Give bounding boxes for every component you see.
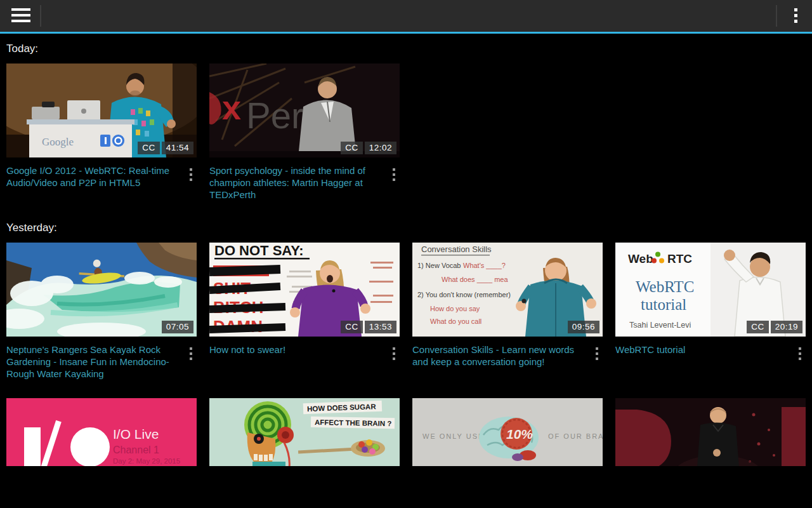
thumb-board-text: 2) You don't know (remember) [417,291,511,298]
action-bar [0,0,812,32]
thumb-webrtc-title: tutorial [641,296,686,313]
video-thumbnail[interactable]: x Perth CC 12:02 [209,64,400,157]
thumb-board-text: What do you call [430,318,481,325]
video-card[interactable]: WE ONLY USE 10% OF OUR BRAIN [412,398,603,466]
video-thumbnail[interactable]: 07:05 [6,243,197,337]
thumb-webrtc-logo-rtc: RTC [667,252,692,265]
thumb-iolive-date: Day 2: May 29, 2015 [113,457,180,465]
video-title[interactable]: Google I/O 2012 - WebRTC: Real-time Audi… [6,164,180,189]
thumb-board-text: Conversation Skills [421,244,492,254]
section-header-today: Today: [6,43,38,55]
video-title[interactable]: Sport psychology - inside the mind of ch… [209,164,383,201]
thumb-webrtc-author: Tsahi Levent-Levi [629,321,691,330]
video-card[interactable]: Google CC 41:54 Google I/O 2012 - WebRTC… [6,64,197,189]
thumb-board-text: 1) New Vocab [417,262,461,269]
video-card[interactable]: HOW DOES SUGAR AFFECT THE BRAIN ? [209,398,400,466]
video-card[interactable]: x Perth CC 12:02 Sport psychology - insi… [209,64,400,201]
cc-badge: CC [138,142,160,154]
section-header-yesterday: Yesterday: [6,222,57,234]
thumb-swear-heading: DO NOT SAY: [214,243,304,258]
thumb-brain-percent: 10% [506,427,533,441]
thumb-board-text: How do you say [430,305,480,312]
video-thumbnail[interactable]: HOW DOES SUGAR AFFECT THE BRAIN ? [209,398,400,466]
video-overflow-button[interactable] [185,166,197,189]
thumb-tedx-x: x [222,88,241,126]
thumb-google-wordmark: Google [42,136,74,148]
thumb-iolive-channel: Channel 1 [113,444,159,455]
thumb-sugar-text: AFFECT THE BRAIN ? [315,418,392,427]
video-title[interactable]: Neptune's Rangers Sea Kayak Rock Gardeni… [6,344,180,380]
video-title[interactable]: WebRTC tutorial [615,344,789,356]
cc-badge: CC [341,142,363,154]
video-overflow-button[interactable] [185,345,197,368]
actionbar-divider [40,5,41,27]
video-title[interactable]: Conversation Skills - Learn new words an… [412,344,586,368]
video-card[interactable]: Web RTC WebRTC tutorial Tsahi Levent-Lev… [615,243,806,356]
video-overflow-button[interactable] [591,345,603,368]
actionbar-accent-line [0,32,812,34]
menu-button[interactable] [9,6,33,25]
duration-badge: 41:54 [162,142,193,154]
video-thumbnail[interactable]: Google CC 41:54 [6,64,197,157]
duration-badge: 20:19 [771,321,802,333]
thumb-webrtc-logo-web: Web [628,252,653,265]
thumb-board-text: What does ____ mea [442,276,508,283]
video-card[interactable] [615,398,806,466]
thumb-iolive-hashtag: #io15 [113,465,131,466]
thumb-webrtc-title: WebRTC [636,278,694,295]
video-card[interactable]: I/O Live Channel 1 Day 2: May 29, 2015 #… [6,398,197,466]
system-bar: 08:34 [0,478,812,508]
video-thumbnail[interactable] [615,398,806,466]
overflow-menu-button[interactable] [787,5,804,27]
video-overflow-button[interactable] [388,345,400,368]
video-overflow-button[interactable] [388,166,400,189]
thumb-iolive-title: I/O Live [113,427,159,441]
duration-badge: 12:02 [365,142,396,154]
thumb-board-text: What's ____? [463,262,506,269]
thumbnail-art-sugar: HOW DOES SUGAR AFFECT THE BRAIN ? [209,398,400,466]
cc-badge: CC [341,321,363,333]
duration-badge: 13:53 [365,321,396,333]
thumbnail-art-tenpercent: WE ONLY USE 10% OF OUR BRAIN [412,398,603,466]
cc-badge: CC [747,321,769,333]
thumb-brain-text: WE ONLY USE [422,432,484,440]
video-card[interactable]: Conversation Skills 1) New Vocab What's … [412,243,603,368]
video-card[interactable]: DO NOT SAY: SHIT BITCH DAMN [209,243,400,356]
actionbar-divider [776,5,777,27]
app-screen: Today: [0,0,812,508]
video-thumbnail[interactable]: WE ONLY USE 10% OF OUR BRAIN [412,398,603,466]
video-title[interactable]: How not to swear! [209,344,383,356]
thumbnail-art-tedx [615,398,806,466]
duration-badge: 07:05 [162,321,193,333]
video-thumbnail[interactable]: I/O Live Channel 1 Day 2: May 29, 2015 #… [6,398,197,466]
video-thumbnail[interactable]: DO NOT SAY: SHIT BITCH DAMN [209,243,400,337]
video-thumbnail[interactable]: Web RTC WebRTC tutorial Tsahi Levent-Lev… [615,243,806,337]
thumb-brain-text: OF OUR BRAIN [548,432,603,440]
video-overflow-button[interactable] [794,345,806,368]
duration-badge: 09:56 [568,321,599,333]
thumbnail-art-iolive: I/O Live Channel 1 Day 2: May 29, 2015 #… [6,398,197,466]
video-card[interactable]: 07:05 Neptune's Rangers Sea Kayak Rock G… [6,243,197,380]
video-thumbnail[interactable]: Conversation Skills 1) New Vocab What's … [412,243,603,337]
